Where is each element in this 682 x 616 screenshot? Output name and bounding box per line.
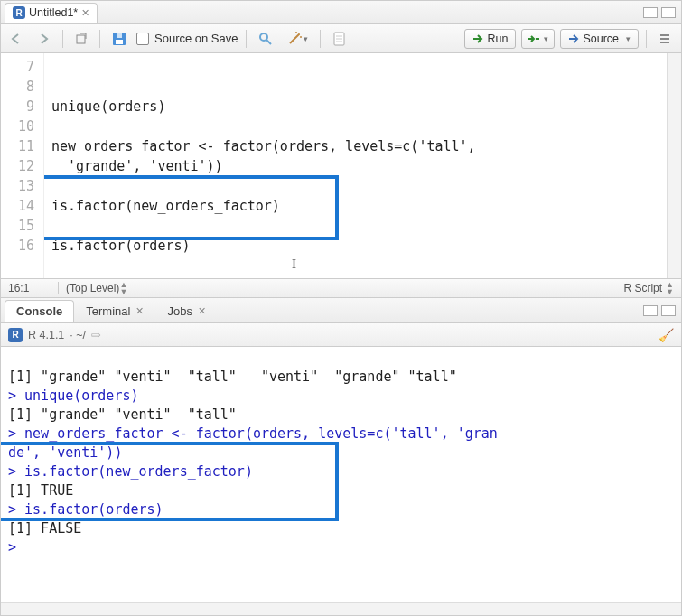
goto-dir-icon[interactable]: ⇨ <box>91 328 101 341</box>
close-terminal-icon[interactable]: ✕ <box>135 305 144 317</box>
source-label: Source <box>583 33 619 45</box>
maximize-console-icon[interactable] <box>661 305 676 316</box>
console-tabbar: Console Terminal ✕ Jobs ✕ <box>1 298 681 323</box>
console-prompt[interactable]: > <box>8 539 16 555</box>
console-line: > is.factor(orders) <box>8 501 163 518</box>
svg-point-8 <box>295 32 297 33</box>
editor-tab-title: Untitled1* <box>29 6 78 19</box>
close-jobs-icon[interactable]: ✕ <box>198 305 206 317</box>
minimize-pane-icon[interactable] <box>643 7 658 18</box>
popout-button[interactable] <box>70 29 92 49</box>
svg-rect-3 <box>117 33 122 38</box>
tab-terminal[interactable]: Terminal ✕ <box>74 300 155 322</box>
source-button[interactable]: Source ▾ <box>560 29 639 49</box>
console-horizontal-scrollbar[interactable] <box>1 602 681 615</box>
save-button[interactable] <box>107 29 131 49</box>
console-line: [1] "grande" "venti" "tall" <box>8 406 237 423</box>
r-logo-icon: R <box>8 328 23 342</box>
maximize-pane-icon[interactable] <box>661 7 676 18</box>
svg-line-6 <box>290 34 299 43</box>
source-on-save-checkbox[interactable] <box>136 33 149 45</box>
scope-selector[interactable]: (Top Level) <box>66 282 119 294</box>
back-button[interactable] <box>6 29 28 49</box>
editor-tabbar: R Untitled1* ✕ <box>1 1 681 24</box>
close-tab-icon[interactable]: ✕ <box>81 7 89 19</box>
working-dir-label: · ~/ <box>70 329 86 341</box>
clear-console-icon[interactable]: 🧹 <box>659 328 674 342</box>
svg-rect-0 <box>77 35 85 43</box>
rerun-icon <box>528 33 540 44</box>
editor-toolbar: Source on Save ▾ Run ▾ Source ▾ <box>1 24 681 53</box>
find-button[interactable] <box>254 29 277 49</box>
forward-button[interactable] <box>33 29 55 49</box>
svg-rect-2 <box>116 40 123 44</box>
line-gutter: 7 8 9 10 11 12 13 14 15 16 <box>1 53 44 278</box>
console-line: > new_orders_factor <- factor(orders, le… <box>8 425 498 442</box>
run-button[interactable]: Run <box>464 29 516 49</box>
notebook-button[interactable] <box>328 29 350 49</box>
scope-updown-icon[interactable]: ▲▼ <box>119 281 127 295</box>
svg-line-5 <box>266 40 271 44</box>
source-on-save-label: Source on Save <box>154 32 238 45</box>
console-line: de', 'venti')) <box>8 444 122 461</box>
console-header: R R 4.1.1 · ~/ ⇨ 🧹 <box>1 323 681 347</box>
editor-vertical-scrollbar[interactable] <box>667 53 681 278</box>
code-area[interactable]: unique(orders) new_orders_factor <- fact… <box>44 53 667 278</box>
run-label: Run <box>487 33 508 45</box>
console-line: [1] FALSE <box>8 520 81 537</box>
tab-jobs[interactable]: Jobs ✕ <box>155 300 217 322</box>
cursor-position: 16:1 <box>8 282 59 294</box>
r-file-icon: R <box>13 6 25 19</box>
filetype-updown-icon[interactable]: ▲▼ <box>666 281 674 295</box>
svg-point-7 <box>298 33 300 35</box>
editor-statusbar: 16:1 (Top Level) ▲▼ R Script ▲▼ <box>1 278 681 298</box>
console-line: > unique(orders) <box>8 387 139 404</box>
text-caret: I <box>292 254 296 274</box>
rerun-button[interactable]: ▾ <box>521 29 555 49</box>
console-output[interactable]: [1] "grande" "venti" "tall" "venti" "gra… <box>1 347 681 602</box>
svg-point-9 <box>300 36 302 38</box>
r-version-label: R 4.1.1 <box>28 329 64 341</box>
tab-console[interactable]: Console <box>5 300 74 322</box>
svg-point-4 <box>260 33 267 41</box>
editor-tab-untitled[interactable]: R Untitled1* ✕ <box>5 3 98 23</box>
run-arrow-icon <box>472 33 483 44</box>
filetype-selector[interactable]: R Script <box>623 282 662 294</box>
outline-button[interactable] <box>654 29 676 49</box>
source-arrow-icon <box>568 33 579 44</box>
console-line: [1] "grande" "venti" "tall" "venti" "gra… <box>8 369 457 385</box>
minimize-console-icon[interactable] <box>643 305 658 316</box>
console-line: > is.factor(new_orders_factor) <box>8 463 253 480</box>
console-line: [1] TRUE <box>8 482 73 499</box>
wand-button[interactable]: ▾ <box>283 29 313 49</box>
source-editor[interactable]: 7 8 9 10 11 12 13 14 15 16 unique(orders… <box>1 53 681 278</box>
